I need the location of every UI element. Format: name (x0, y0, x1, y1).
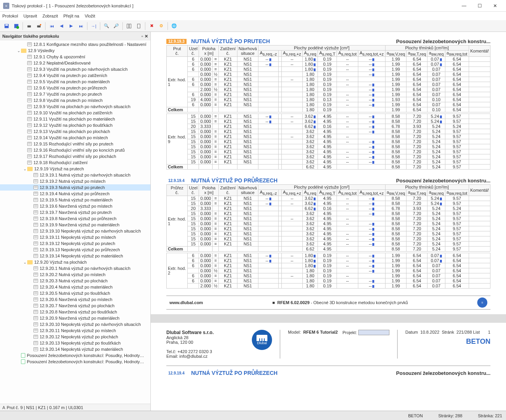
goto-icon[interactable]: →| (89, 22, 98, 30)
tree-item[interactable]: 12.9.3 Využití na prutech po návrhových … (0, 66, 150, 72)
del-icon[interactable]: ✖ (147, 22, 156, 30)
tree-item[interactable]: 12.9.20.1 Nutná výztuž po návrhových sit… (0, 265, 150, 271)
tree-item[interactable]: 12.9.19.9 Navržená výztuž po materiálech (0, 222, 150, 228)
tree-item[interactable]: 12.9.17 Rozhodující vnitřní síly po ploc… (0, 153, 150, 159)
titlebar: ≡ Tiskový protokol - [ 1 - Posouzení žel… (0, 0, 506, 12)
tree-item[interactable]: 12.8.1 Konfigurace mezního stavu použite… (0, 41, 150, 47)
tree-item[interactable]: 12.9.20.5 Nutná výztuž po tloušťkách (0, 290, 150, 296)
tree-item[interactable]: 12.9.19.8 Navržená výztuž po průřezech (0, 215, 150, 222)
svg-rect-5 (28, 24, 30, 25)
layout1-icon[interactable] (125, 22, 133, 30)
tree-item[interactable]: 12.9.20.14 Nepokrytá výztuž po materiále… (0, 346, 150, 352)
save-green-icon[interactable] (12, 22, 21, 30)
tree-item[interactable]: 12.9.2 Neplatné/Deaktivované (0, 60, 150, 66)
tree-item[interactable]: 12.9.19.13 Nepokrytá výztuž po průřezech (0, 247, 150, 253)
tree-item[interactable]: 12.9.1 Chyby & upozornění (0, 54, 150, 60)
tree-item[interactable]: ⌄12.9 Výsledky (0, 47, 150, 54)
report-table: Průřezč.Uzelč.Polohax [m]Zatíženíč.Návrh… (166, 184, 490, 289)
tree-item[interactable]: 12.9.19.2 Nutná výztuž po místech (0, 178, 150, 184)
first-icon[interactable]: ⏮ (47, 22, 56, 30)
print2-icon[interactable] (35, 22, 43, 30)
tree-item[interactable]: 12.9.19.6 Navržená výztuž po místech (0, 203, 150, 209)
lang-icon[interactable]: 🌐 (170, 22, 178, 30)
svg-rect-6 (37, 25, 41, 27)
tree-item[interactable]: 12.9.20.3 Nutná výztuž po plochách (0, 278, 150, 284)
page-footer: www.dlubal.com■ RFEM 6.02.0029 - Obecné … (166, 296, 490, 310)
tree-item[interactable]: 12.9.20.7 Navržená výztuž po plochách (0, 303, 150, 309)
tree-item[interactable]: 12.9.18 Rozhodující zatížení (0, 159, 150, 166)
menu-vlozit[interactable]: Vložit (85, 14, 95, 18)
tree-item[interactable]: 12.9.20.6 Navržená výztuž po místech (0, 296, 150, 303)
tree-item[interactable]: 12.9.19.4 Nutná výztuž po průřezech (0, 191, 150, 197)
svg-rect-10 (129, 24, 131, 28)
close-button[interactable]: ✕ (487, 0, 503, 11)
tree-item[interactable]: 12.9.11 Využití na plochách po materiále… (0, 116, 150, 122)
menu-zobrazit[interactable]: Zobrazit (42, 14, 58, 18)
window-title: Tiskový protokol - [ 1 - Posouzení želez… (12, 4, 133, 8)
toolbar: ⏮ ◀ ▶ ⏭ →| 🔍 🔎 ✖ ⚙ 🌐 (0, 20, 506, 32)
next-icon[interactable]: ▶ (67, 22, 75, 30)
maximize-button[interactable]: ☐ (472, 0, 487, 11)
report-viewport[interactable]: 12.9.19.3NUTNÁ VÝZTUŽ PO PRUTECHPosouzen… (151, 32, 506, 411)
dlubal-icon: ≡ (477, 298, 487, 308)
close-panel-icon[interactable]: ✕ (145, 34, 148, 39)
menu-prejit-na[interactable]: Přejít na (63, 14, 79, 18)
tree-item[interactable]: 12.9.15 Rozhodující vnitřní síly po prut… (0, 141, 150, 147)
tree-item[interactable]: 12.9.20.13 Nepokrytá výztuž po tloušťkác… (0, 340, 150, 346)
tree-item[interactable]: Posouzení železobetonových konstrukcí: P… (0, 359, 150, 365)
tree-item[interactable]: 12.9.20.8 Navržená výztuž po tloušťkách (0, 309, 150, 315)
print-icon[interactable] (25, 22, 33, 30)
tree-item[interactable]: 12.9.8 Využití na prutech po místech (0, 97, 150, 103)
tree-item[interactable]: 12.9.10 Využití na plochách po zatíženíc… (0, 110, 150, 116)
navigator-header: Navigátor tiského protokolu ▫✕ (0, 32, 150, 40)
tree-item[interactable]: 12.9.7 Využití na prutech po prutech (0, 91, 150, 97)
layout2-icon[interactable] (134, 22, 143, 30)
pin-icon[interactable]: ▫ (141, 34, 143, 39)
tree-item[interactable]: 12.9.19.3 Nutná výztuž po prutech (0, 184, 150, 191)
tree-item[interactable]: 12.9.12 Využití na plochách po tloušťkác… (0, 122, 150, 128)
last-icon[interactable]: ⏭ (77, 22, 85, 30)
minimize-button[interactable]: — (456, 0, 472, 11)
navigator-panel: Navigátor tiského protokolu ▫✕ 12.8.1 Ko… (0, 32, 151, 411)
zoom-in-icon[interactable]: 🔎 (112, 22, 120, 30)
tree-item[interactable]: 12.9.20.11 Nepokrytá výztuž po místech (0, 327, 150, 334)
svg-rect-1 (5, 24, 8, 26)
tree-item[interactable]: 12.9.19.10 Nepokrytá výztuž po návrhovýc… (0, 228, 150, 234)
tree-item[interactable]: 12.9.19.7 Navržená výztuž po prutech (0, 209, 150, 215)
save-icon[interactable] (2, 22, 11, 30)
statusbar: BETON Stránky: 288 Stránka: 221 (0, 411, 506, 420)
app-icon: ≡ (3, 3, 9, 9)
navigator-tree[interactable]: 12.8.1 Konfigurace mezního stavu použite… (0, 40, 150, 404)
dlubal-logo: Dlubal (252, 330, 272, 350)
tree-item[interactable]: 12.9.14 Využití na plochách po místech (0, 135, 150, 141)
tree-item[interactable]: 12.9.16 Rozhodující vnitřní síly po konc… (0, 147, 150, 153)
menu-upravit[interactable]: Upravit (23, 14, 37, 18)
tree-item[interactable]: 12.9.19.14 Nepokrytá výztuž po materiále… (0, 253, 150, 259)
zoom-out-icon[interactable]: 🔍 (102, 22, 111, 30)
tree-item[interactable]: 12.9.4 Využití na prutech po zatíženích (0, 72, 150, 79)
tree-item[interactable]: 12.9.20.2 Nutná výztuž po místech (0, 271, 150, 278)
svg-point-8 (40, 24, 42, 25)
tree-item[interactable]: 12.9.19.5 Nutná výztuž po materiálech (0, 197, 150, 203)
tree-item[interactable]: 12.9.19.12 Nepokrytá výztuž po prutech (0, 240, 150, 247)
tree-item[interactable]: ⌄12.9.19 Výztuž na prutech (0, 166, 150, 172)
gear-icon[interactable]: ⚙ (157, 22, 166, 30)
tree-item[interactable]: 12.9.20.9 Navržená výztuž po materiálech (0, 315, 150, 321)
tree-item[interactable]: 12.9.19.1 Nutná výztuž po návrhových sit… (0, 172, 150, 178)
tree-item[interactable]: 12.9.20.10 Nepokrytá výztuž po návrhovýc… (0, 321, 150, 327)
prev-icon[interactable]: ◀ (57, 22, 66, 30)
page-header: Dlubal Software s.r.o.Anglická 28Praha, … (166, 330, 490, 359)
tree-item[interactable]: 12.9.19.11 Nepokrytá výztuž po místech (0, 234, 150, 240)
tree-item[interactable]: 12.9.5 Využití na prutech po materiálech (0, 79, 150, 85)
tree-item[interactable]: 12.9.9 Využití na plochách po návrhových… (0, 103, 150, 110)
status-page: Stránka: 221 (478, 413, 502, 418)
svg-rect-11 (138, 24, 140, 28)
tree-item[interactable]: 12.9.6 Využití na prutech po průřezech (0, 85, 150, 91)
svg-rect-9 (127, 24, 129, 28)
tree-item[interactable]: ⌄12.9.20 Výztuž na plochách (0, 259, 150, 265)
tree-item[interactable]: Posouzení železobetonových konstrukcí: P… (0, 352, 150, 359)
tree-item[interactable]: 12.9.20.12 Nepokrytá výztuž po plochách (0, 334, 150, 340)
tree-item[interactable]: 12.9.13 Využití na plochách po plochách (0, 128, 150, 135)
tree-item[interactable]: 12.9.20.4 Nutná výztuž po materiálech (0, 284, 150, 290)
menu-protokol[interactable]: Protokol (2, 14, 18, 18)
